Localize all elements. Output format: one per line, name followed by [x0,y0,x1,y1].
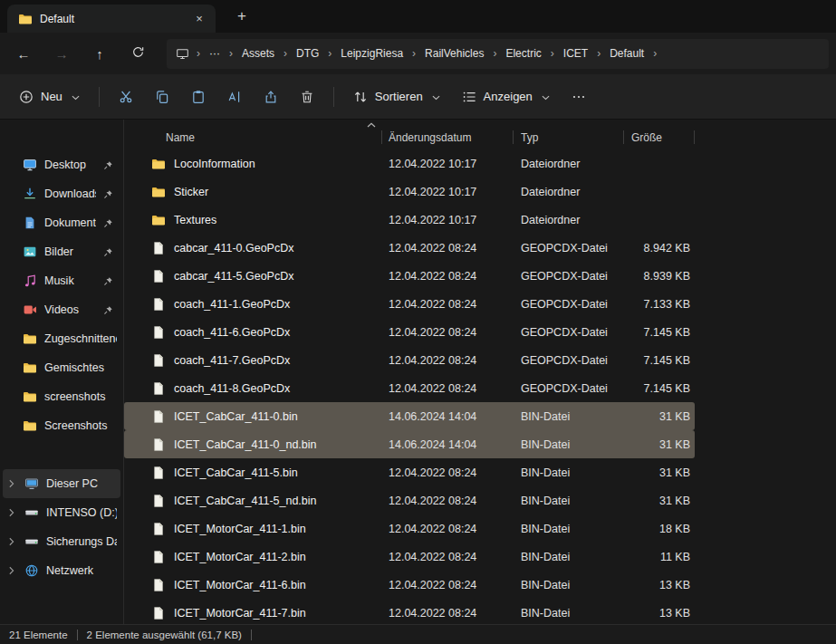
file-row-sticker[interactable]: Sticker12.04.2022 10:17Dateiordner [124,178,695,206]
chevron-down-icon [542,95,550,101]
file-row-cabcar-411-5-geopcdx[interactable]: cabcar_411-5.GeoPcDx12.04.2022 08:24GEOP… [124,262,695,290]
file-row-icet-cabcar-411-0-bin[interactable]: ICET_CabCar_411-0.bin14.06.2024 14:04BIN… [124,402,695,430]
file-row-icet-cabcar-411-0-nd-bin[interactable]: ICET_CabCar_411-0_nd.bin14.06.2024 14:04… [124,430,695,458]
file-row-icet-cabcar-411-5-bin[interactable]: ICET_CabCar_411-5.bin12.04.2022 08:24BIN… [124,458,695,486]
file-row-icet-cabcar-411-5-nd-bin[interactable]: ICET_CabCar_411-5_nd.bin12.04.2022 08:24… [124,486,695,514]
chevron-right-icon[interactable] [8,508,17,517]
sidebar-item-musik[interactable]: Musik [3,266,120,295]
sidebar-item-zugeschnittene[interactable]: Zugeschnittene [3,324,120,353]
file-icon [151,353,166,368]
share-icon [264,90,278,104]
breadcrumb-segment-assets[interactable]: Assets [238,43,278,63]
file-icon [151,578,166,592]
more-options-button[interactable] [562,82,596,112]
file-row-textures[interactable]: Textures12.04.2022 10:17Dateiordner [124,206,695,234]
file-row-coach-411-7-geopcdx[interactable]: coach_411-7.GeoPcDx12.04.2022 08:24GEOPC… [124,346,695,374]
arrow-right-icon: → [55,46,69,62]
breadcrumb-chevron-icon[interactable]: › [407,47,421,60]
breadcrumb-segment-railvehicles[interactable]: RailVehicles [421,43,487,63]
explorer-tab[interactable]: Default × [7,5,216,33]
chevron-right-icon[interactable] [8,566,17,575]
sidebar-item-intenso-d[interactable]: INTENSO (D:) [3,498,120,527]
file-row-coach-411-8-geopcdx[interactable]: coach_411-8.GeoPcDx12.04.2022 08:24GEOPC… [124,374,695,402]
tab-close-button[interactable]: × [190,10,208,28]
sidebar-item-sicherungs-date[interactable]: Sicherungs Date [3,527,120,556]
view-button[interactable]: Anzeigen [452,82,560,112]
file-row-locoinformation[interactable]: LocoInformation12.04.2022 10:17Dateiordn… [124,149,695,178]
file-icon [151,466,166,480]
sort-button[interactable]: Sortieren [343,82,450,112]
sidebar-item-bilder[interactable]: Bilder [3,237,120,266]
breadcrumb-segment-dtg[interactable]: DTG [293,43,322,63]
back-button[interactable]: ← [5,38,42,69]
breadcrumb-segment-default[interactable]: Default [606,43,648,63]
column-header-size[interactable]: Größe [624,125,695,149]
file-row-icet-motorcar-411-7-bin[interactable]: ICET_MotorCar_411-7.bin12.04.2022 08:24B… [124,599,695,624]
sidebar-item-dokumente[interactable]: Dokumente [3,208,120,237]
breadcrumb-segment-leipzigriesa[interactable]: LeipzigRiesa [337,43,407,63]
address-bar[interactable]: ›···›Assets›DTG›LeipzigRiesa›RailVehicle… [167,39,829,69]
copy-icon [155,90,169,104]
breadcrumb-chevron-icon[interactable]: › [648,47,662,60]
sidebar-section-gap [0,440,123,469]
sidebar-item-desktop[interactable]: Desktop [3,150,120,179]
breadcrumb-segment-icet[interactable]: ICET [560,43,591,63]
chevron-right-icon[interactable] [8,537,17,546]
copy-button[interactable] [145,82,179,112]
file-row-icet-motorcar-411-1-bin[interactable]: ICET_MotorCar_411-1.bin12.04.2022 08:24B… [124,514,695,543]
breadcrumb-collapsed[interactable]: ··· [206,43,224,63]
file-list: LocoInformation12.04.2022 10:17Dateiordn… [124,149,836,624]
file-row-coach-411-6-geopcdx[interactable]: coach_411-6.GeoPcDx12.04.2022 08:24GEOPC… [124,318,695,346]
new-tab-button[interactable]: + [230,7,254,25]
breadcrumb-chevron-icon[interactable]: › [591,47,606,60]
file-icon [151,269,166,284]
sidebar-item-screenshots[interactable]: Screenshots [3,411,120,440]
forward-button[interactable]: → [43,38,80,69]
file-icon [151,522,166,536]
delete-button[interactable] [290,82,324,112]
file-icon [151,409,166,424]
file-row-icet-motorcar-411-2-bin[interactable]: ICET_MotorCar_411-2.bin12.04.2022 08:24B… [124,543,695,571]
breadcrumb-chevron-icon[interactable]: › [322,47,337,60]
plus-icon: + [237,7,246,24]
sidebar: DesktopDownloadsDokumenteBilderMusikVide… [0,120,124,624]
paste-button[interactable] [181,82,216,112]
drive-icon [24,505,39,520]
breadcrumb-chevron-icon[interactable]: › [545,47,560,60]
breadcrumb-chevron-icon[interactable]: › [224,47,238,60]
breadcrumb-chevron-icon[interactable]: › [487,47,502,60]
file-explorer-window: Default × + ← → ↑ ›···›Assets›DTG›Leipzi… [0,0,836,644]
rename-button[interactable] [217,82,252,112]
breadcrumb-segment-electric[interactable]: Electric [502,43,544,63]
breadcrumb-chevron-icon[interactable]: › [191,47,206,60]
file-row-icet-motorcar-411-6-bin[interactable]: ICET_MotorCar_411-6.bin12.04.2022 08:24B… [124,571,695,599]
new-button[interactable]: Neu [9,82,90,112]
pin-icon [103,160,117,170]
titlebar: Default × + [0,0,836,33]
column-header-name[interactable]: Name [124,125,382,149]
sidebar-item-dieser-pc[interactable]: Dieser PC [3,469,120,498]
refresh-button[interactable] [120,38,156,69]
folder-icon [23,360,37,375]
file-row-coach-411-1-geopcdx[interactable]: coach_411-1.GeoPcDx12.04.2022 08:24GEOPC… [124,290,695,318]
pictures-icon [23,245,37,259]
up-button[interactable]: ↑ [82,38,118,69]
share-button[interactable] [254,82,288,112]
sidebar-item-netzwerk[interactable]: Netzwerk [3,556,120,585]
sidebar-item-screenshots[interactable]: screenshots [3,382,120,411]
column-header-type[interactable]: Typ [514,125,624,149]
breadcrumb-chevron-icon[interactable]: › [278,47,293,60]
sidebar-item-downloads[interactable]: Downloads [3,179,120,208]
statusbar-divider [251,630,252,640]
chevron-down-icon [432,95,440,101]
column-header-date[interactable]: Änderungsdatum [382,125,514,149]
sidebar-item-gemischtes[interactable]: Gemischtes [3,353,120,382]
chevron-down-icon [72,95,80,101]
chevron-right-icon[interactable] [8,479,17,488]
scissors-icon [119,90,133,104]
sidebar-item-videos[interactable]: Videos [3,295,120,324]
cut-button[interactable] [109,82,143,112]
file-row-cabcar-411-0-geopcdx[interactable]: cabcar_411-0.GeoPcDx12.04.2022 08:24GEOP… [124,234,695,262]
view-button-label: Anzeigen [484,90,533,103]
folder-icon [23,389,37,404]
